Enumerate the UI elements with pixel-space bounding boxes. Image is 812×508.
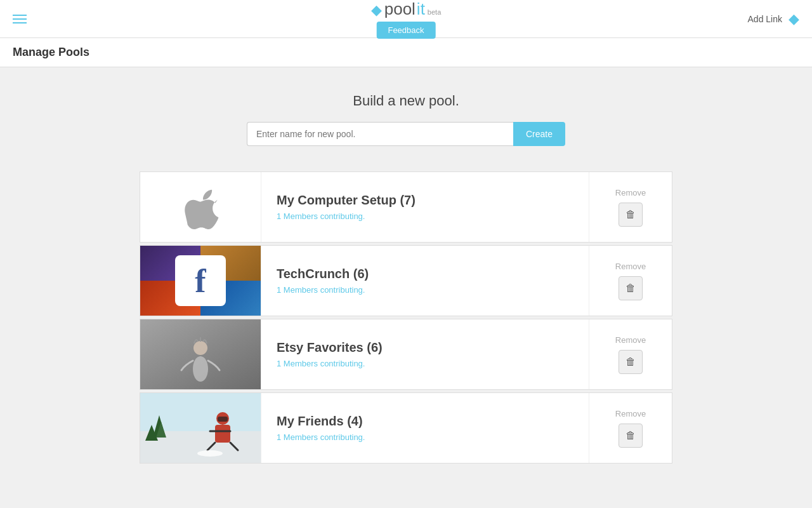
water-drop-icon: ◆ [789, 11, 799, 27]
svg-rect-14 [218, 417, 228, 422]
remove-label: Remove [615, 262, 646, 271]
remove-button[interactable]: 🗑 [619, 350, 643, 374]
snowboarder-image [140, 393, 261, 463]
pool-thumbnail [140, 393, 261, 463]
pool-members: 1 Members contributing. [277, 432, 573, 442]
sub-header: Manage Pools [0, 38, 812, 67]
page-title: Manage Pools [13, 46, 799, 59]
add-link-button[interactable]: Add Link [748, 14, 782, 24]
pool-members: 1 Members contributing. [277, 211, 573, 221]
header: ◆ poolitbeta Feedback Add Link ◆ [0, 0, 812, 38]
pool-info: My Friends (4) 1 Members contributing. [261, 393, 589, 463]
logo-beta-text: beta [428, 8, 441, 16]
pool-item: Etsy Favorites (6) 1 Members contributin… [140, 319, 672, 390]
pool-name[interactable]: My Friends (4) [277, 414, 573, 429]
remove-button[interactable]: 🗑 [619, 276, 643, 300]
svg-point-3 [193, 341, 207, 355]
logo: ◆ poolitbeta [371, 0, 442, 19]
pool-item: My Computer Setup (7) 1 Members contribu… [140, 171, 672, 243]
pool-item: f TechCrunch (6) 1 Members contributing.… [140, 245, 672, 316]
pool-actions: Remove 🗑 [589, 172, 672, 242]
svg-point-15 [197, 450, 223, 457]
hamburger-menu-icon[interactable] [13, 15, 27, 23]
header-left [13, 15, 27, 23]
etsy-thumbnail [140, 319, 261, 389]
create-button[interactable]: Create [513, 122, 565, 146]
svg-point-2 [193, 356, 208, 382]
pool-info: TechCrunch (6) 1 Members contributing. [261, 246, 589, 316]
header-right: Add Link ◆ [748, 11, 799, 27]
logo-it-text: it [417, 0, 425, 19]
pool-actions: Remove 🗑 [589, 319, 672, 389]
pool-name[interactable]: TechCrunch (6) [277, 267, 573, 281]
remove-label: Remove [615, 409, 646, 418]
techcrunch-thumbnail: f [140, 246, 261, 316]
pool-thumbnail [140, 319, 261, 389]
pool-thumbnail [140, 172, 261, 242]
etsy-image [140, 319, 261, 389]
main-content: Build a new pool. Create My Computer Set… [0, 67, 812, 491]
remove-button[interactable]: 🗑 [619, 424, 643, 448]
pool-info: Etsy Favorites (6) 1 Members contributin… [261, 319, 589, 389]
pool-actions: Remove 🗑 [589, 393, 672, 463]
pool-list: My Computer Setup (7) 1 Members contribu… [140, 171, 672, 466]
logo-drop-icon: ◆ [371, 2, 382, 18]
svg-rect-10 [215, 425, 230, 443]
facebook-icon: f [175, 255, 226, 306]
remove-label: Remove [615, 335, 646, 345]
snow-thumbnail [140, 393, 261, 463]
pool-name[interactable]: Etsy Favorites (6) [277, 340, 573, 355]
pool-name[interactable]: My Computer Setup (7) [277, 193, 573, 208]
pool-members: 1 Members contributing. [277, 285, 573, 295]
pool-info: My Computer Setup (7) 1 Members contribu… [261, 172, 589, 242]
remove-label: Remove [615, 188, 646, 197]
pool-actions: Remove 🗑 [589, 246, 672, 316]
build-section: Build a new pool. Create [13, 93, 799, 146]
pool-form: Create [13, 122, 799, 146]
pool-item: My Friends (4) 1 Members contributing. R… [140, 392, 672, 464]
remove-button[interactable]: 🗑 [619, 203, 643, 227]
build-title: Build a new pool. [13, 93, 799, 109]
feedback-button[interactable]: Feedback [376, 22, 435, 39]
apple-icon [181, 185, 219, 229]
header-center: ◆ poolitbeta Feedback [371, 0, 442, 39]
logo-pool-text: pool [384, 0, 416, 19]
pool-members: 1 Members contributing. [277, 359, 573, 368]
pool-name-input[interactable] [247, 122, 513, 146]
pool-thumbnail: f [140, 246, 261, 316]
